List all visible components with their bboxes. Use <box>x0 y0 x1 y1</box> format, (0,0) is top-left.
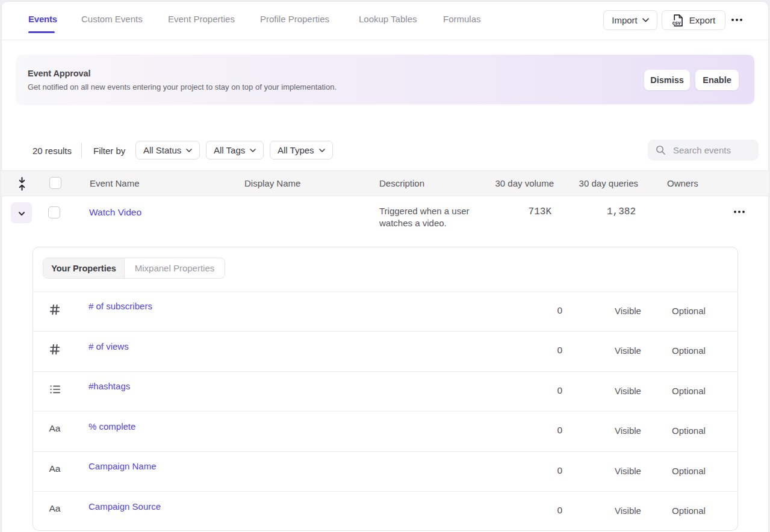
svg-text:csv: csv <box>672 20 681 25</box>
